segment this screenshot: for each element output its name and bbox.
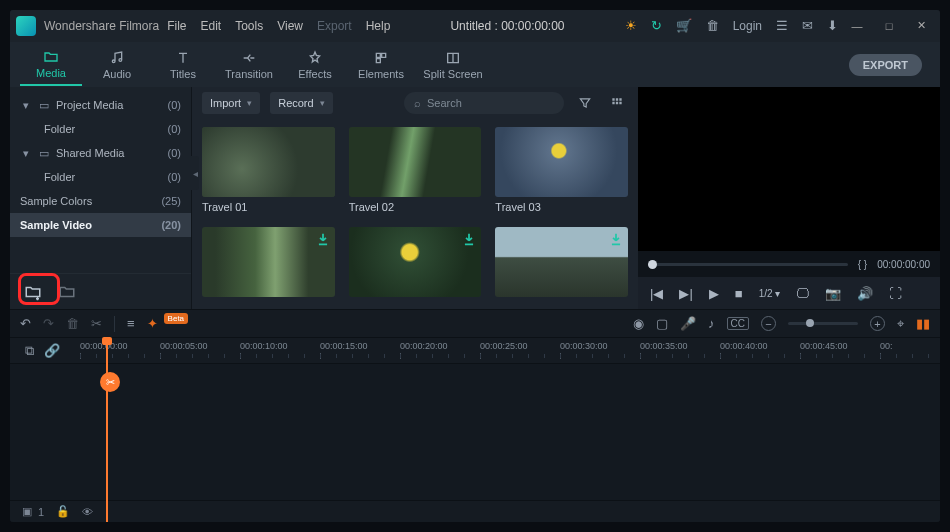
zoom-handle-icon[interactable]: [806, 319, 814, 327]
import-dropdown[interactable]: Import▾: [202, 92, 260, 114]
search-input[interactable]: ⌕Search: [404, 92, 564, 114]
tab-titles[interactable]: Titles: [152, 44, 214, 86]
close-button[interactable]: ✕: [908, 15, 934, 37]
timeline-tracks[interactable]: ✂: [10, 364, 940, 500]
app-logo-icon: [16, 16, 36, 36]
sidebar-item-folder[interactable]: Folder(0): [10, 165, 191, 189]
display-button[interactable]: 🖵: [796, 286, 809, 301]
add-folder-button[interactable]: [22, 281, 44, 303]
media-clip[interactable]: [349, 227, 482, 301]
download-icon[interactable]: [608, 231, 624, 247]
media-clip[interactable]: Travel 03: [495, 127, 628, 213]
download-icon[interactable]: [461, 231, 477, 247]
zoom-ratio[interactable]: 1/2 ▾: [759, 288, 781, 299]
scrubber-slider[interactable]: [648, 263, 848, 266]
chevron-down-icon: ▾: [20, 99, 32, 112]
zoom-in-button[interactable]: +: [870, 316, 885, 331]
cart-icon[interactable]: 🛒: [676, 19, 692, 32]
preview-viewport: [638, 87, 940, 251]
markers-button[interactable]: ≡: [127, 316, 135, 331]
menu-export[interactable]: Export: [317, 19, 352, 33]
download-icon[interactable]: [315, 231, 331, 247]
filter-button[interactable]: [574, 92, 596, 114]
minimize-button[interactable]: —: [844, 15, 870, 37]
preview-controls: |◀ ▶| ▶ ■ 1/2 ▾ 🖵 📷 🔊 ⛶: [638, 277, 940, 309]
login-link[interactable]: Login: [733, 20, 762, 32]
menu-edit[interactable]: Edit: [201, 19, 222, 33]
track-toggle-icon[interactable]: ▣: [22, 505, 32, 518]
grid-view-button[interactable]: [606, 92, 628, 114]
magic-button[interactable]: ✦: [147, 316, 158, 331]
prev-button[interactable]: |◀: [650, 286, 663, 301]
thumbnail-art: [202, 127, 335, 197]
download-icon[interactable]: ⬇: [827, 19, 838, 32]
media-sidebar: ▾▭Project Media(0) Folder(0) ▾▭Shared Me…: [10, 87, 192, 309]
tab-effects[interactable]: Effects: [284, 44, 346, 86]
zoom-slider[interactable]: [788, 322, 858, 325]
new-folder-button[interactable]: [56, 281, 78, 303]
lock-icon[interactable]: 🔓: [56, 505, 70, 518]
effects-store-icon[interactable]: ☀: [625, 19, 637, 32]
main-body: ▾▭Project Media(0) Folder(0) ▾▭Shared Me…: [10, 87, 940, 309]
sidebar-item-shared-media[interactable]: ▾▭Shared Media(0): [10, 141, 191, 165]
record-indicator-icon[interactable]: ◉: [633, 316, 644, 331]
titlebar: Wondershare Filmora File Edit Tools View…: [10, 10, 940, 42]
sidebar-item-sample-video[interactable]: Sample Video(20): [10, 213, 191, 237]
document-title: Untitled : 00:00:00:00: [390, 19, 624, 33]
media-clip[interactable]: [202, 227, 335, 301]
menu-view[interactable]: View: [277, 19, 303, 33]
music-button[interactable]: ♪: [708, 316, 715, 331]
tab-transition[interactable]: Transition: [218, 44, 280, 86]
maximize-button[interactable]: □: [876, 15, 902, 37]
split-scissors-icon[interactable]: ✂: [100, 372, 120, 392]
volume-button[interactable]: 🔊: [857, 286, 873, 301]
export-button[interactable]: EXPORT: [849, 54, 922, 76]
menu-file[interactable]: File: [167, 19, 186, 33]
menu-tools[interactable]: Tools: [235, 19, 263, 33]
sidebar-item-folder[interactable]: Folder(0): [10, 117, 191, 141]
stop-button[interactable]: ■: [735, 286, 743, 301]
cc-button[interactable]: CC: [727, 317, 749, 330]
menu-bar: File Edit Tools View Export Help: [167, 19, 390, 33]
tab-audio[interactable]: Audio: [86, 44, 148, 86]
record-dropdown[interactable]: Record▾: [270, 92, 332, 114]
clip-label: Travel 02: [349, 201, 482, 213]
refresh-icon[interactable]: ↻: [651, 19, 662, 32]
tab-media[interactable]: Media: [20, 44, 82, 86]
delete-button[interactable]: 🗑: [66, 316, 79, 331]
menu-icon[interactable]: ☰: [776, 19, 788, 32]
playhead[interactable]: [106, 338, 108, 522]
tab-split-screen[interactable]: Split Screen: [416, 44, 490, 86]
undo-button[interactable]: ↶: [20, 316, 31, 331]
ruler-track[interactable]: 00:00:00:0000:00:05:0000:00:10:0000:00:1…: [74, 338, 940, 363]
sidebar-item-project-media[interactable]: ▾▭Project Media(0): [10, 93, 191, 117]
scrubber-handle-icon[interactable]: [648, 260, 657, 269]
stack-icon[interactable]: ⧉: [25, 343, 34, 359]
timeline-view-toggle[interactable]: ▮▮: [916, 316, 930, 331]
fullscreen-button[interactable]: ⛶: [889, 286, 902, 301]
media-clip[interactable]: [495, 227, 628, 301]
tab-elements[interactable]: Elements: [350, 44, 412, 86]
link-icon[interactable]: 🔗: [44, 343, 60, 358]
redo-button[interactable]: ↷: [43, 316, 54, 331]
eye-icon[interactable]: 👁: [82, 506, 93, 518]
zoom-fit-button[interactable]: ⌖: [897, 316, 904, 332]
mail-icon[interactable]: ✉: [802, 19, 813, 32]
window-controls: — □ ✕: [844, 15, 934, 37]
step-button[interactable]: ▶|: [679, 286, 692, 301]
trash-icon[interactable]: 🗑: [706, 19, 719, 32]
play-button[interactable]: ▶: [709, 286, 719, 301]
app-name: Wondershare Filmora: [44, 19, 159, 33]
menu-help[interactable]: Help: [366, 19, 391, 33]
snapshot-button[interactable]: 📷: [825, 286, 841, 301]
zoom-out-button[interactable]: −: [761, 316, 776, 331]
chevron-down-icon: ▾: [247, 98, 252, 108]
cut-button[interactable]: ✂: [91, 316, 102, 331]
media-clip[interactable]: Travel 01: [202, 127, 335, 213]
sidebar-item-sample-colors[interactable]: Sample Colors(25): [10, 189, 191, 213]
media-clip[interactable]: Travel 02: [349, 127, 482, 213]
elements-icon: [373, 50, 389, 66]
sidebar-collapse-handle[interactable]: ◂: [191, 156, 199, 190]
shield-button[interactable]: ▢: [656, 316, 668, 331]
mic-button[interactable]: 🎤: [680, 316, 696, 331]
